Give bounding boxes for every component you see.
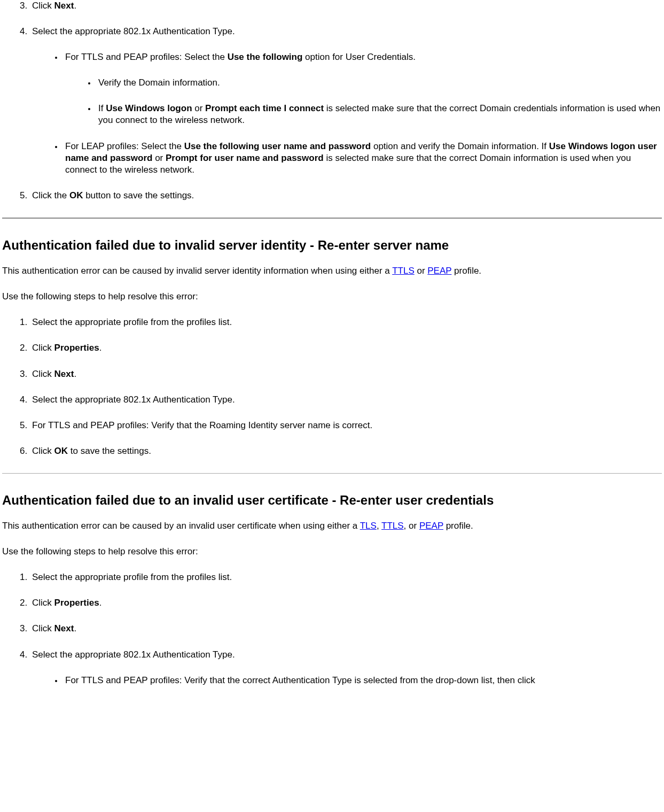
text: If bbox=[98, 103, 106, 113]
sub-ttls-peap: For TTLS and PEAP profiles: Select the U… bbox=[63, 51, 662, 126]
link-ttls[interactable]: TTLS bbox=[392, 266, 415, 276]
ttls-peap-sublist: Verify the Domain information. If Use Wi… bbox=[65, 77, 662, 126]
section1-steps: Click Next. Select the appropriate 802.1… bbox=[2, 0, 662, 202]
text: . bbox=[74, 369, 76, 379]
text: , bbox=[377, 521, 381, 531]
sub-text: option for User Credentials. bbox=[302, 52, 416, 62]
step-4: Select the appropriate 802.1x Authentica… bbox=[30, 649, 662, 686]
step-1: Select the appropriate profile from the … bbox=[30, 316, 662, 328]
intro-paragraph: This authentication error can be caused … bbox=[2, 520, 662, 532]
step-5: For TTLS and PEAP profiles: Verify that … bbox=[30, 420, 662, 431]
lead-paragraph: Use the following steps to help resolve … bbox=[2, 546, 662, 558]
step-2: Click Properties. bbox=[30, 342, 662, 354]
bold-ok: OK bbox=[69, 190, 83, 200]
step-4: Select the appropriate 802.1x Authentica… bbox=[30, 26, 662, 176]
step-6: Click OK to save the settings. bbox=[30, 445, 662, 457]
bold-use-following-userpass: Use the following user name and password bbox=[184, 141, 371, 151]
step-text: Select the appropriate 802.1x Authentica… bbox=[32, 649, 235, 660]
verify-domain: Verify the Domain information. bbox=[96, 77, 662, 89]
step-5: Click the OK button to save the settings… bbox=[30, 190, 662, 202]
step-text: Click bbox=[32, 1, 54, 11]
link-peap[interactable]: PEAP bbox=[419, 521, 443, 531]
text: profile. bbox=[443, 521, 473, 531]
step-3: Click Next. bbox=[30, 0, 662, 12]
step-text: Select the appropriate 802.1x Authentica… bbox=[32, 26, 235, 36]
step4-sublist: For TTLS and PEAP profiles: Select the U… bbox=[32, 51, 662, 176]
bold-prompt-userpass: Prompt for user name and password bbox=[166, 153, 324, 163]
sub-ttls-peap-authtype: For TTLS and PEAP profiles: Verify that … bbox=[63, 675, 662, 686]
divider bbox=[2, 218, 662, 219]
step-text: Click the bbox=[32, 190, 69, 200]
intro-paragraph: This authentication error can be caused … bbox=[2, 265, 662, 277]
text: This authentication error can be caused … bbox=[2, 521, 360, 531]
bold-prompt-connect: Prompt each time I connect bbox=[205, 103, 324, 113]
text: profile. bbox=[451, 266, 481, 276]
bold-next: Next bbox=[54, 623, 74, 633]
text: Click bbox=[32, 446, 54, 456]
text: For LEAP profiles: Select the bbox=[65, 141, 184, 151]
link-ttls[interactable]: TTLS bbox=[381, 521, 404, 531]
text: Click bbox=[32, 343, 54, 353]
divider bbox=[2, 473, 662, 474]
text: to save the settings. bbox=[68, 446, 151, 456]
bold-ok: OK bbox=[54, 446, 68, 456]
text: . bbox=[74, 623, 76, 633]
lead-paragraph: Use the following steps to help resolve … bbox=[2, 291, 662, 303]
step-3: Click Next. bbox=[30, 368, 662, 380]
step-text: . bbox=[74, 1, 76, 11]
sub-text: For TTLS and PEAP profiles: Select the bbox=[65, 52, 228, 62]
text: Click bbox=[32, 369, 54, 379]
section3-steps: Select the appropriate profile from the … bbox=[2, 571, 662, 686]
bold-next: Next bbox=[54, 1, 74, 11]
bold-use-following: Use the following bbox=[228, 52, 303, 62]
text: , or bbox=[404, 521, 419, 531]
text: or bbox=[192, 103, 206, 113]
bold-properties: Properties bbox=[54, 598, 99, 608]
link-peap[interactable]: PEAP bbox=[427, 266, 451, 276]
text: This authentication error can be caused … bbox=[2, 266, 392, 276]
text: option and verify the Domain information… bbox=[371, 141, 549, 151]
bold-next: Next bbox=[54, 369, 74, 379]
heading-invalid-server-identity: Authentication failed due to invalid ser… bbox=[2, 237, 662, 253]
step-text: button to save the settings. bbox=[83, 190, 194, 200]
windows-logon-note: If Use Windows logon or Prompt each time… bbox=[96, 103, 662, 126]
bold-properties: Properties bbox=[54, 343, 99, 353]
sub-leap: For LEAP profiles: Select the Use the fo… bbox=[63, 141, 662, 176]
step-4: Select the appropriate 802.1x Authentica… bbox=[30, 394, 662, 406]
step-3: Click Next. bbox=[30, 623, 662, 635]
step4-sublist: For TTLS and PEAP profiles: Verify that … bbox=[32, 675, 662, 686]
document-body: Click Next. Select the appropriate 802.1… bbox=[0, 0, 664, 686]
section2-steps: Select the appropriate profile from the … bbox=[2, 316, 662, 457]
text: . bbox=[99, 598, 102, 608]
step-2: Click Properties. bbox=[30, 597, 662, 609]
text: or bbox=[415, 266, 428, 276]
bold-windows-logon: Use Windows logon bbox=[106, 103, 192, 113]
heading-invalid-user-certificate: Authentication failed due to an invalid … bbox=[2, 492, 662, 508]
link-tls[interactable]: TLS bbox=[360, 521, 377, 531]
step-1: Select the appropriate profile from the … bbox=[30, 571, 662, 583]
text: or bbox=[152, 153, 166, 163]
text: Click bbox=[32, 598, 54, 608]
text: . bbox=[99, 343, 102, 353]
text: Click bbox=[32, 623, 54, 633]
